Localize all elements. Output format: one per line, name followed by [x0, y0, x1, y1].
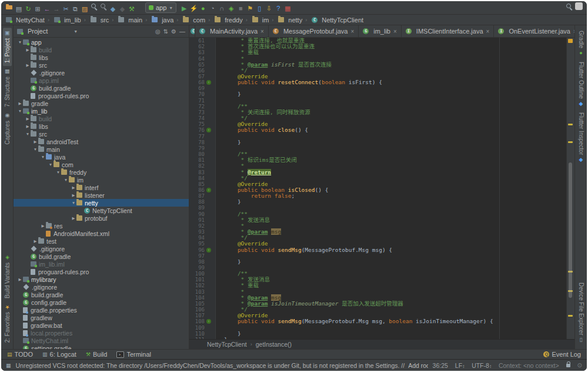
tree-item-libs[interactable]: ▶libs [14, 122, 189, 130]
help-icon[interactable]: ? [273, 4, 283, 13]
status-misc-icon[interactable]: ⊙ [577, 362, 582, 368]
panel-toggle-button[interactable] [574, 2, 583, 11]
tree-item-im[interactable]: ▼im [14, 176, 189, 184]
chevron-right-icon[interactable]: ▶ [71, 193, 76, 198]
project-structure-icon[interactable]: ▦ [283, 4, 292, 13]
breadcrumb-item-com[interactable]: com [173, 16, 205, 24]
coverage-icon[interactable]: ◈ [226, 4, 236, 13]
tree-item-java[interactable]: ▼java [14, 153, 189, 161]
open-icon[interactable] [5, 2, 14, 11]
breadcrumb-element[interactable]: NettyTcpClient [207, 341, 247, 348]
sdk-manager-icon[interactable]: ⇩ [264, 4, 273, 13]
override-method-icon[interactable]: ↑ [206, 188, 211, 192]
tree-item-app[interactable]: ▼app [14, 38, 189, 46]
breadcrumb-item-nettytcpclient[interactable]: NettyTcpClient [302, 16, 363, 24]
chevron-right-icon[interactable]: ▶ [25, 124, 31, 129]
chevron-down-icon[interactable]: ▼ [17, 109, 23, 113]
warning-marker[interactable] [568, 39, 573, 43]
override-method-icon[interactable]: ↑ [206, 128, 211, 132]
tool-window-button-device-file-explorer[interactable]: Device File Explorer▯ [577, 280, 586, 346]
tree-item-build-gradle[interactable]: build.gradle [14, 291, 189, 298]
breadcrumb-item-src[interactable]: src [81, 16, 109, 24]
forward-icon[interactable]: → [52, 4, 61, 14]
context-indicator[interactable]: Context: <no context> [499, 362, 559, 369]
breadcrumb-item-main[interactable]: main [109, 16, 142, 24]
save-all-icon[interactable]: ▤ [14, 4, 24, 14]
tool-window-button-flutter-inspector[interactable]: Flutter Inspector◆ [577, 109, 586, 165]
tree-item-listener[interactable]: ▶listener [14, 191, 189, 199]
tree-item-im-lib[interactable]: ▼im_lib [14, 107, 189, 115]
encoding-select[interactable]: UTF-8↕ [472, 362, 492, 369]
find-in-path-icon[interactable] [99, 2, 108, 11]
caret-position[interactable]: 36:25 [433, 362, 448, 369]
chevron-down-icon[interactable]: ▼ [32, 147, 38, 151]
attach-profiler-icon[interactable]: ∩ [217, 4, 226, 13]
compile-dim-icon[interactable]: ◆ [118, 4, 127, 14]
apply-changes-icon[interactable]: ⚡ [189, 4, 198, 13]
run-config-select[interactable]: app ▼ [145, 2, 176, 13]
chevron-right-icon[interactable]: ▶ [25, 117, 31, 121]
editor-tab-imsclientinterface-java[interactable]: IMSClientInterface.java× [402, 25, 495, 37]
make-project-icon[interactable]: ⚒ [127, 4, 136, 14]
chevron-down-icon[interactable]: ▼ [48, 162, 54, 167]
cut-icon[interactable]: ✂ [61, 4, 71, 14]
tree-item-im-lib-iml[interactable]: im_lib.iml [14, 260, 189, 268]
tree-item-src[interactable]: ▼src [14, 130, 189, 138]
tool-window-button-2-favorites[interactable]: 2: Favorites★ [3, 301, 12, 346]
tree-item-nettytcpclient[interactable]: NettyTcpClient [14, 207, 189, 214]
tool-window-button-1-project[interactable]: 1: Project▣ [3, 28, 12, 66]
tree-item-proguard-rules-pro[interactable]: proguard-rules.pro [14, 92, 189, 99]
tree-item--gitignore[interactable]: .gitignore [14, 245, 189, 253]
chevron-down-icon[interactable]: ▼ [71, 201, 76, 205]
editor-tab-m[interactable]: m× [189, 25, 195, 37]
tree-item--gitignore[interactable]: .gitignore [14, 69, 189, 77]
chevron-down-icon[interactable]: ▼ [25, 132, 31, 136]
tree-item-androidtest[interactable]: ▶androidTest [14, 138, 189, 145]
editor-tab-mainactivity-java[interactable]: MainActivity.java× [195, 25, 269, 37]
close-icon[interactable]: × [260, 28, 264, 35]
override-method-icon[interactable]: ↑ [206, 319, 211, 324]
tree-item-config-gradle[interactable]: config.gradle [14, 298, 189, 306]
tree-item-proguard-rules-pro[interactable]: proguard-rules.pro [14, 268, 189, 275]
chevron-right-icon[interactable]: ▶ [71, 185, 76, 190]
override-method-icon[interactable]: ↑ [206, 80, 211, 85]
select-opened-file-icon[interactable]: ◎ [155, 28, 161, 35]
breadcrumb-item-im_lib[interactable]: im_lib [45, 16, 81, 24]
close-icon[interactable]: × [350, 28, 354, 35]
override-method-icon[interactable]: ↑ [206, 248, 211, 253]
tree-item-build-gradle[interactable]: build.gradle [14, 253, 189, 260]
tree-item--gitignore[interactable]: .gitignore [14, 283, 189, 291]
tree-item-mylibrary[interactable]: ▶mylibrary [14, 275, 189, 283]
tree-item-androidmanifest-xml[interactable]: AndroidManifest.xml [14, 230, 189, 237]
chevron-right-icon[interactable]: ▶ [32, 140, 38, 144]
profile-icon[interactable]: ◔ [208, 4, 217, 13]
tree-item-src[interactable]: ▶src [14, 61, 189, 69]
status-link-add-root[interactable]: Add root [408, 362, 427, 369]
event-log-button[interactable]: QEvent Log [543, 351, 581, 358]
lock-icon[interactable] [566, 364, 570, 367]
tool-window-button-terminal[interactable]: >_Terminal [116, 351, 151, 358]
close-icon[interactable]: × [486, 28, 490, 35]
tree-item-build[interactable]: ▶build [14, 115, 189, 122]
code-editor[interactable]: 61 * 重置连接, 也就是重连62 * 首次连接也可以认为是重连63 * 重载… [189, 38, 574, 339]
tree-item-interf[interactable]: ▶interf [14, 184, 189, 191]
tree-item-protobuf[interactable]: ▶protobuf [14, 214, 189, 222]
tool-window-button-captures[interactable]: Captures◉ [3, 110, 12, 148]
tree-item-build[interactable]: ▶build [14, 46, 189, 54]
tool-window-button-build-variants[interactable]: Build Variants◈ [3, 252, 12, 301]
tree-item-res[interactable]: ▶res [14, 222, 189, 230]
debug-icon[interactable]: ● [198, 4, 208, 13]
warning-marker[interactable] [568, 315, 573, 317]
tree-item-gradlew-bat[interactable]: gradlew.bat [14, 321, 189, 329]
scrollbar-thumb[interactable] [569, 162, 572, 298]
tree-item-netty[interactable]: ▼netty [14, 199, 189, 207]
breadcrumb-item-freddy[interactable]: freddy [205, 16, 243, 24]
breadcrumb-item-nettychat[interactable]: NettyChat [6, 16, 45, 24]
editor-tab-messageprotobuf-java[interactable]: MessageProtobuf.java× [269, 25, 359, 37]
breadcrumb-item-im[interactable]: im [243, 16, 269, 24]
tree-item-freddy[interactable]: ▼freddy [14, 168, 189, 176]
chevron-right-icon[interactable]: ▶ [17, 101, 23, 106]
tool-window-button-flutter-outline[interactable]: Flutter Outline◆ [577, 59, 586, 109]
tree-item-gradle[interactable]: ▶gradle [14, 99, 189, 107]
tool-window-button-build[interactable]: ⚒Build [86, 351, 108, 358]
